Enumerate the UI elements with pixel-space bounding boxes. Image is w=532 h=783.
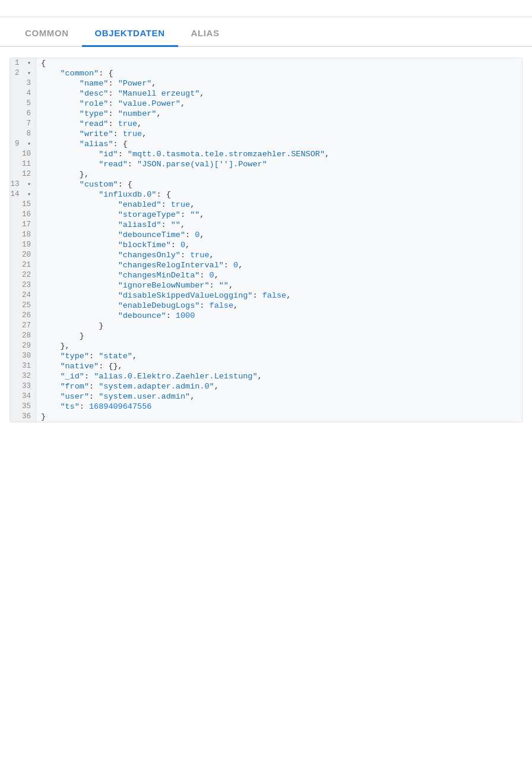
line-number: 22	[10, 270, 36, 280]
line-content: "write": true,	[36, 129, 522, 139]
line-number: 11	[10, 159, 36, 169]
line-content: },	[36, 341, 522, 351]
editor-line: 34 "user": "system.user.admin",	[10, 392, 522, 402]
line-number: 1 ▾	[10, 58, 36, 68]
tab-alias[interactable]: ALIAS	[178, 20, 233, 47]
line-content: "native": {},	[36, 361, 522, 371]
line-content: "name": "Power",	[36, 78, 522, 89]
line-number: 7	[10, 119, 36, 129]
line-number: 24	[10, 291, 36, 301]
line-number: 26	[10, 311, 36, 321]
line-content: "storageType": "",	[36, 210, 522, 220]
line-content: "enabled": true,	[36, 200, 522, 210]
line-number: 9 ▾	[10, 139, 36, 149]
line-content: "alias": {	[36, 139, 522, 149]
line-content: "changesRelogInterval": 0,	[36, 260, 522, 270]
editor-line: 32 "_id": "alias.0.Elektro.Zaehler.Leist…	[10, 371, 522, 381]
editor-line: 3 "name": "Power",	[10, 78, 522, 89]
fold-arrow[interactable]: ▾	[24, 181, 31, 188]
editor-line: 22 "changesMinDelta": 0,	[10, 270, 522, 280]
line-number: 4	[10, 89, 36, 99]
json-editor: 1 ▾{2 ▾ "common": {3 "name": "Power",4 "…	[10, 58, 522, 422]
tab-objektdaten[interactable]: OBJEKTDATEN	[82, 20, 178, 47]
editor-line: 4 "desc": "Manuell erzeugt",	[10, 89, 522, 99]
fold-arrow[interactable]: ▾	[24, 191, 31, 198]
line-number: 14 ▾	[10, 190, 36, 200]
line-number: 10	[10, 149, 36, 159]
line-content: "user": "system.user.admin",	[36, 392, 522, 402]
editor-line: 2 ▾ "common": {	[10, 68, 522, 78]
editor-line: 30 "type": "state",	[10, 351, 522, 361]
editor-line: 36}	[10, 412, 522, 422]
line-content: "enableDebugLogs": false,	[36, 301, 522, 311]
line-number: 21	[10, 260, 36, 270]
line-number: 25	[10, 301, 36, 311]
line-content: "role": "value.Power",	[36, 99, 522, 109]
editor-line: 25 "enableDebugLogs": false,	[10, 301, 522, 311]
editor-line: 16 "storageType": "",	[10, 210, 522, 220]
line-content: }	[36, 412, 522, 422]
line-content: "read": true,	[36, 119, 522, 129]
page-header	[0, 0, 532, 17]
editor-line: 7 "read": true,	[10, 119, 522, 129]
line-content: "ignoreBelowNumber": "",	[36, 280, 522, 291]
line-content: "type": "number",	[36, 109, 522, 119]
line-content: "aliasId": "",	[36, 220, 522, 230]
line-content: "ts": 1689409647556	[36, 402, 522, 412]
line-content: "changesOnly": true,	[36, 250, 522, 260]
line-content: "blockTime": 0,	[36, 240, 522, 250]
editor-line: 5 "role": "value.Power",	[10, 99, 522, 109]
line-content: "disableSkippedValueLogging": false,	[36, 291, 522, 301]
line-number: 13 ▾	[10, 179, 36, 190]
editor-line: 35 "ts": 1689409647556	[10, 402, 522, 412]
line-number: 31	[10, 361, 36, 371]
editor-line: 13 ▾ "custom": {	[10, 179, 522, 190]
line-number: 17	[10, 220, 36, 230]
line-content: "debounce": 1000	[36, 311, 522, 321]
fold-arrow[interactable]: ▾	[24, 140, 31, 147]
line-content: "id": "mqtt.0.tasmota.tele.stromzaehler.…	[36, 149, 522, 159]
editor-line: 18 "debounceTime": 0,	[10, 230, 522, 240]
line-number: 34	[10, 392, 36, 402]
line-number: 27	[10, 321, 36, 331]
editor-line: 26 "debounce": 1000	[10, 311, 522, 321]
line-content: "influxdb.0": {	[36, 190, 522, 200]
line-content: "debounceTime": 0,	[36, 230, 522, 240]
editor-line: 31 "native": {},	[10, 361, 522, 371]
fold-arrow[interactable]: ▾	[24, 70, 31, 77]
line-content: "changesMinDelta": 0,	[36, 270, 522, 280]
editor-line: 6 "type": "number",	[10, 109, 522, 119]
editor-line: 12 },	[10, 169, 522, 179]
line-number: 5	[10, 99, 36, 109]
tab-bar: COMMON OBJEKTDATEN ALIAS	[0, 20, 532, 47]
line-number: 36	[10, 412, 36, 422]
editor-line: 1 ▾{	[10, 58, 522, 68]
line-number: 29	[10, 341, 36, 351]
line-number: 18	[10, 230, 36, 240]
line-number: 23	[10, 280, 36, 291]
line-number: 35	[10, 402, 36, 412]
editor-line: 17 "aliasId": "",	[10, 220, 522, 230]
line-content: "desc": "Manuell erzeugt",	[36, 89, 522, 99]
line-number: 15	[10, 200, 36, 210]
line-content: "common": {	[36, 68, 522, 78]
line-number: 2 ▾	[10, 68, 36, 78]
fold-arrow[interactable]: ▾	[24, 59, 31, 67]
line-number: 3	[10, 78, 36, 89]
editor-line: 15 "enabled": true,	[10, 200, 522, 210]
editor-line: 11 "read": "JSON.parse(val)[''].Power"	[10, 159, 522, 169]
line-content: "type": "state",	[36, 351, 522, 361]
tab-common[interactable]: COMMON	[12, 20, 82, 47]
line-number: 28	[10, 331, 36, 341]
editor-line: 33 "from": "system.adapter.admin.0",	[10, 381, 522, 392]
line-number: 8	[10, 129, 36, 139]
line-number: 16	[10, 210, 36, 220]
line-number: 6	[10, 109, 36, 119]
editor-line: 29 },	[10, 341, 522, 351]
editor-line: 9 ▾ "alias": {	[10, 139, 522, 149]
editor-line: 23 "ignoreBelowNumber": "",	[10, 280, 522, 291]
line-number: 30	[10, 351, 36, 361]
line-content: "_id": "alias.0.Elektro.Zaehler.Leistung…	[36, 371, 522, 381]
line-content: {	[36, 58, 522, 68]
line-content: }	[36, 321, 522, 331]
